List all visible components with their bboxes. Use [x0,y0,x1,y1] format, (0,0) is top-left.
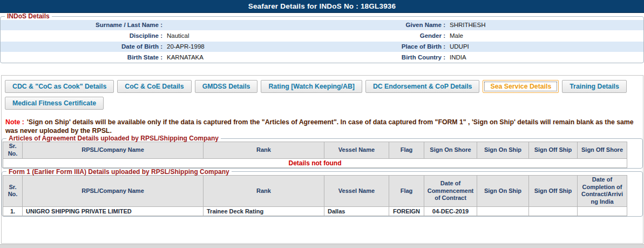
form1-details-section: Form 1 (Earlier Form IIIA) Details uploa… [2,169,643,217]
indos-row-state: Birth State : KARNATAKA Birth Country : … [1,52,643,63]
date-of-birth-label: Date of Birth : [1,42,162,52]
given-name-value: SHRITHESH [445,20,643,30]
column-header-flag: Flag [389,142,424,159]
tab-sea-service-details[interactable]: Sea Service Details [483,80,559,93]
tab-rating-watch-keeping-ab[interactable]: Rating [Watch Keeping/AB] [261,80,362,93]
column-header-sign-off-shore: Sign Off Shore [578,142,627,159]
column-header-sign-off-ship: Sign Off Ship [529,142,578,159]
cell-sr-no: 1. [3,206,23,216]
gender-value: Male [445,31,643,41]
column-header-vessel: Vessel Name [324,175,389,206]
place-of-birth-value: UDUPI [445,42,643,52]
tab-cdc-coc-as-cook-details[interactable]: CDC & "CoC as Cook" Details [5,80,114,93]
column-header-sr-no: Sr. No. [3,175,23,206]
form1-details-legend: Form 1 (Earlier Form IIIA) Details uploa… [6,169,232,175]
cell-flag: FOREIGN [389,206,424,216]
cell-rank: Trainee Deck Rating [204,206,324,216]
column-header-commencement-date: Date of Commencement of Contract [424,175,477,206]
column-header-flag: Flag [389,175,424,206]
column-header-sr-no: Sr. No. [3,142,23,159]
birth-state-label: Birth State : [1,52,162,63]
table-row: Details not found [3,158,627,167]
tab-panel-container: CDC & "CoC as Cook" Details CoC & CoE De… [1,75,643,244]
birth-country-label: Birth Country : [309,52,445,63]
column-header-vessel: Vessel Name [324,142,389,159]
column-header-sign-on-ship: Sign On Ship [477,175,529,206]
cell-company: UNIGRO SHIPPING PRIVATE LIMITED [23,206,204,216]
tab-dc-endorsement-cop-details[interactable]: DC Endorsement & CoP Details [365,80,480,93]
indos-row-discipline: Discipline : Nautical Gender : Male [1,31,643,41]
sign-on-ship-note: Note :'Sign on Ship' details will be ava… [5,118,639,135]
surname-label: Surname / Last Name : [1,20,162,30]
note-text: 'Sign on Ship' details will be available… [5,118,634,135]
indos-row-name: Surname / Last Name : Given Name : SHRIT… [1,20,643,30]
tab-training-details[interactable]: Training Details [562,80,627,93]
birth-country-value: INDIA [445,52,643,63]
column-header-company: RPSL/Company Name [23,142,204,159]
articles-of-agreement-section: Articles of Agreement Details uploaded b… [2,135,643,169]
tab-coc-coe-details[interactable]: CoC & CoE Details [117,80,191,93]
tab-strip-row-2: Medical Fitness Certificate [5,97,643,110]
table-row: 1. UNIGRO SHIPPING PRIVATE LIMITED Train… [3,206,627,216]
cell-sign-off-ship [529,206,578,216]
tab-gmdss-details[interactable]: GMDSS Details [195,80,258,93]
column-header-completion-date: Date of Completion of Contract/Arriving … [578,175,627,206]
articles-of-agreement-legend: Articles of Agreement Details uploaded b… [6,135,221,142]
table-header-row: Sr. No. RPSL/Company Name Rank Vessel Na… [3,175,627,206]
surname-value [162,20,309,30]
column-header-company: RPSL/Company Name [23,175,204,206]
column-header-sign-on-ship: Sign On Ship [477,142,529,159]
form1-details-table: Sr. No. RPSL/Company Name Rank Vessel Na… [3,175,627,216]
column-header-sign-on-shore: Sign On Shore [424,142,477,159]
indos-details-legend: INDoS Details [5,13,52,19]
birth-state-value: KARNATAKA [162,52,309,63]
indos-details-section: INDoS Details Surname / Last Name : Give… [0,13,644,63]
date-of-birth-value: 20-APR-1998 [162,42,309,52]
given-name-label: Given Name : [309,20,445,30]
column-header-sign-off-ship: Sign Off Ship [529,175,578,206]
discipline-label: Discipline : [1,31,162,41]
page-title: Seafarer Details for INDoS No : 18GL3936 [0,0,644,13]
table-header-row: Sr. No. RPSL/Company Name Rank Vessel Na… [3,142,627,159]
column-header-rank: Rank [204,175,324,206]
discipline-value: Nautical [162,31,309,41]
indos-row-birth: Date of Birth : 20-APR-1998 Place of Bir… [1,42,643,52]
cell-sign-on-ship [477,206,529,216]
cell-vessel: Dallas [324,206,389,216]
cell-completion-date [578,206,627,216]
column-header-rank: Rank [204,142,324,159]
tab-medical-fitness-certificate[interactable]: Medical Fitness Certificate [5,97,104,110]
details-not-found-message: Details not found [3,158,627,167]
tab-strip-row-1: CDC & "CoC as Cook" Details CoC & CoE De… [5,80,643,93]
cell-commencement-date: 04-DEC-2019 [424,206,477,216]
note-label: Note : [5,118,24,126]
place-of-birth-label: Place of Birth : [309,42,445,52]
articles-of-agreement-table: Sr. No. RPSL/Company Name Rank Vessel Na… [3,142,627,168]
horizontal-scrollbar[interactable] [0,244,644,248]
gender-label: Gender : [309,31,445,41]
